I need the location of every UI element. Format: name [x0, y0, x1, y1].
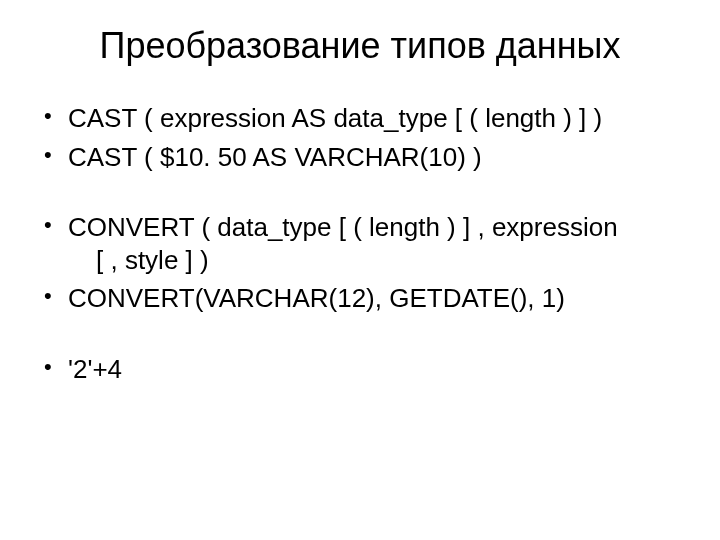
- slide-title: Преобразование типов данных: [40, 25, 680, 67]
- list-item: CONVERT ( data_type [ ( length ) ] , exp…: [40, 211, 680, 276]
- bullet-list: '2'+4: [40, 353, 680, 386]
- list-item-text: CONVERT ( data_type [ ( length ) ] , exp…: [68, 212, 618, 242]
- spacer: [40, 321, 680, 353]
- list-item: CAST ( expression AS data_type [ ( lengt…: [40, 102, 680, 135]
- list-item: CAST ( $10. 50 AS VARCHAR(10) ): [40, 141, 680, 174]
- list-item: '2'+4: [40, 353, 680, 386]
- bullet-list: CONVERT ( data_type [ ( length ) ] , exp…: [40, 211, 680, 315]
- spacer: [40, 179, 680, 211]
- list-item: CONVERT(VARCHAR(12), GETDATE(), 1): [40, 282, 680, 315]
- list-item-text-continuation: [ , style ] ): [68, 244, 680, 277]
- bullet-list: CAST ( expression AS data_type [ ( lengt…: [40, 102, 680, 173]
